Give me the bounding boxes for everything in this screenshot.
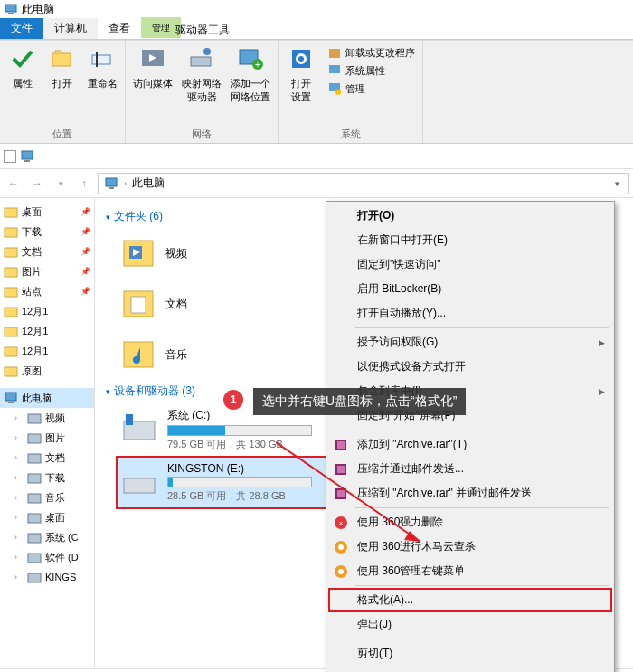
drive-icon bbox=[120, 464, 158, 502]
menu-item[interactable]: 复制(C) bbox=[328, 666, 612, 672]
ribbon: 属性 打开 重命名 位置 访问媒体 映射网络 驱动器 + bbox=[0, 41, 633, 144]
nav-quick-item[interactable]: 桌面📌 bbox=[0, 202, 94, 222]
svg-text:×: × bbox=[339, 519, 344, 527]
menu-item[interactable]: 格式化(A)... bbox=[328, 588, 612, 612]
menu-item[interactable]: 使用 360管理右键菜单 bbox=[328, 559, 612, 583]
drive-item[interactable]: KINGSTON (E:) 28.5 GB 可用，共 28.8 GB bbox=[117, 457, 326, 508]
svg-rect-24 bbox=[5, 228, 17, 237]
dropdown-icon[interactable]: ▾ bbox=[611, 179, 623, 188]
tab-drive-tools-label[interactable]: 驱动器工具 bbox=[165, 19, 241, 41]
nav-tree-item[interactable]: ›图片 bbox=[0, 428, 94, 448]
svg-rect-35 bbox=[28, 434, 41, 443]
svg-rect-42 bbox=[28, 573, 41, 582]
map-drive-button[interactable]: 映射网络 驱动器 bbox=[180, 44, 223, 104]
nav-tree-item[interactable]: ›下载 bbox=[0, 468, 94, 487]
menu-item[interactable]: 压缩并通过邮件发送... bbox=[328, 457, 612, 481]
add-location-button[interactable]: + 添加一个 网络位置 bbox=[229, 44, 272, 104]
folder-icon bbox=[4, 284, 18, 298]
nav-quick-item[interactable]: 12月1 bbox=[0, 321, 94, 341]
access-media-button[interactable]: 访问媒体 bbox=[131, 44, 175, 104]
folder-icon bbox=[4, 344, 18, 358]
up-button[interactable]: ↑ bbox=[74, 174, 94, 194]
menu-item[interactable]: 在新窗口中打开(E) bbox=[328, 228, 612, 252]
properties-button[interactable]: 属性 bbox=[5, 44, 40, 90]
folder-icon bbox=[120, 336, 156, 373]
nav-tree-item[interactable]: ›软件 (D bbox=[0, 547, 94, 567]
rename-button[interactable]: 重命名 bbox=[85, 44, 119, 90]
chevron-icon: › bbox=[14, 453, 24, 462]
svg-rect-0 bbox=[5, 5, 16, 12]
open-settings-button[interactable]: 打开 设置 bbox=[284, 44, 318, 104]
forward-button[interactable]: → bbox=[27, 174, 47, 194]
chevron-down-icon: ▾ bbox=[106, 213, 110, 222]
drive-bar bbox=[167, 425, 312, 436]
menu-item[interactable]: ×使用 360强力删除 bbox=[328, 510, 612, 535]
nav-tree-item[interactable]: ›KINGS bbox=[0, 567, 94, 587]
menu-item[interactable]: 打开(O) bbox=[328, 203, 612, 228]
item-icon bbox=[27, 530, 42, 544]
svg-rect-51 bbox=[124, 478, 155, 493]
svg-rect-32 bbox=[5, 393, 16, 401]
menu-item[interactable]: 添加到 "Archive.rar"(T) bbox=[328, 432, 612, 457]
uninstall-item[interactable]: 卸载或更改程序 bbox=[326, 44, 417, 61]
menu-item[interactable]: 启用 BitLocker(B) bbox=[328, 277, 612, 301]
menu-item[interactable]: 使用 360进行木马云查杀 bbox=[328, 535, 612, 559]
folder-icon bbox=[4, 264, 18, 279]
box-icon bbox=[327, 45, 342, 60]
ribbon-group-label: 位置 bbox=[5, 126, 119, 141]
nav-quick-item[interactable]: 12月1 bbox=[0, 341, 94, 361]
svg-rect-30 bbox=[5, 347, 17, 356]
nav-tree-item[interactable]: ›系统 (C bbox=[0, 527, 94, 547]
svg-rect-31 bbox=[5, 367, 17, 376]
monitor-small-icon bbox=[20, 149, 34, 164]
menu-item[interactable]: 固定到"快速访问" bbox=[328, 252, 612, 277]
nav-quick-item[interactable]: 原图 bbox=[0, 361, 94, 381]
svg-point-65 bbox=[338, 569, 344, 574]
chevron-icon: › bbox=[14, 513, 24, 522]
menu-item[interactable]: 压缩到 "Archive.rar" 并通过邮件发送 bbox=[328, 481, 612, 506]
manage-item[interactable]: 管理 bbox=[326, 80, 417, 97]
folder-item[interactable]: 文档 bbox=[117, 279, 316, 329]
view-toolbar bbox=[0, 144, 633, 169]
titlebar: 此电脑 bbox=[0, 0, 633, 18]
address-row: ← → ▾ ↑ › 此电脑 ▾ bbox=[0, 169, 633, 198]
svg-rect-38 bbox=[28, 494, 41, 503]
folder-item[interactable]: 音乐 bbox=[117, 329, 316, 380]
folder-item[interactable]: 视频 bbox=[117, 228, 316, 279]
nav-this-pc[interactable]: 此电脑 bbox=[0, 388, 94, 408]
nav-quick-item[interactable]: 站点📌 bbox=[0, 281, 94, 301]
callout-text: 选中并右键U盘图标，点击“格式化” bbox=[253, 388, 466, 415]
drive-name: KINGSTON (E:) bbox=[167, 462, 323, 475]
context-menu: 打开(O)在新窗口中打开(E)固定到"快速访问"启用 BitLocker(B)打… bbox=[326, 201, 615, 672]
menu-item[interactable]: 弹出(J) bbox=[328, 612, 612, 637]
menu-item[interactable]: 以便携式设备方式打开 bbox=[328, 355, 612, 379]
settings-icon bbox=[287, 44, 316, 73]
address-bar[interactable]: › 此电脑 ▾ bbox=[98, 173, 629, 194]
sys-props-item[interactable]: 系统属性 bbox=[326, 62, 417, 79]
nav-quick-item[interactable]: 12月1 bbox=[0, 301, 94, 321]
manage-icon bbox=[327, 81, 342, 96]
svg-rect-7 bbox=[191, 57, 211, 66]
nav-tree-item[interactable]: ›音乐 bbox=[0, 487, 94, 507]
menu-item[interactable]: 授予访问权限(G)▶ bbox=[328, 330, 612, 355]
chevron-icon: › bbox=[14, 473, 24, 482]
svg-point-14 bbox=[298, 56, 304, 62]
nav-tree-item[interactable]: ›视频 bbox=[0, 408, 94, 428]
drive-bar bbox=[167, 477, 312, 487]
nav-quick-item[interactable]: 文档📌 bbox=[0, 241, 94, 261]
menu-item[interactable]: 剪切(T) bbox=[328, 641, 612, 666]
recent-dropdown[interactable]: ▾ bbox=[51, 174, 71, 194]
svg-rect-22 bbox=[109, 187, 114, 189]
nav-quick-item[interactable]: 下载📌 bbox=[0, 222, 94, 241]
back-button[interactable]: ← bbox=[4, 174, 24, 194]
svg-rect-29 bbox=[5, 327, 17, 336]
open-button[interactable]: 打开 bbox=[45, 44, 80, 90]
menu-item[interactable]: 打开自动播放(Y)... bbox=[328, 301, 612, 326]
select-checkbox[interactable] bbox=[4, 150, 16, 163]
nav-tree-item[interactable]: ›文档 bbox=[0, 448, 94, 468]
callout-badge: 1 bbox=[223, 390, 243, 410]
add-location-icon: + bbox=[236, 44, 265, 73]
nav-tree-item[interactable]: ›桌面 bbox=[0, 507, 94, 527]
nav-quick-item[interactable]: 图片📌 bbox=[0, 261, 94, 281]
item-icon bbox=[27, 411, 42, 425]
